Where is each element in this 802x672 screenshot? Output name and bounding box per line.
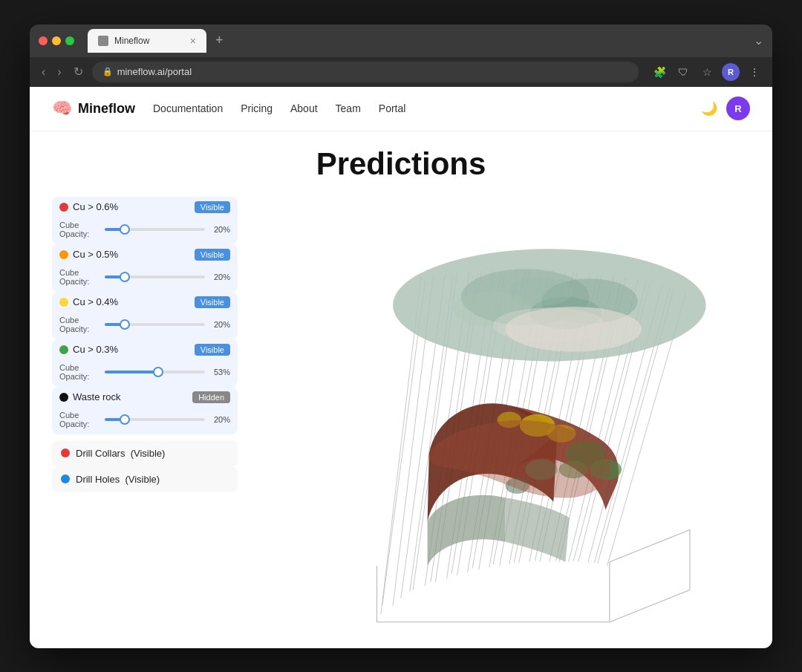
nav-about[interactable]: About bbox=[290, 102, 318, 114]
browser-window: Mineflow × + ⌄ ‹ › ↻ 🔒 mineflow.ai/porta… bbox=[30, 25, 772, 648]
overlay-card-drill-holes[interactable]: Drill Holes (Visible) bbox=[52, 466, 238, 492]
svg-line-37 bbox=[610, 590, 690, 622]
main-content: Predictions Cu > 0.6% Visible CubeOpacit… bbox=[30, 131, 772, 648]
layer-name-cu05: Cu > 0.5% bbox=[73, 249, 190, 260]
page-title: Predictions bbox=[52, 146, 750, 182]
layer-dot-cu04 bbox=[59, 298, 68, 307]
overlay-name-drill-holes: Drill Holes (Visible) bbox=[76, 474, 160, 485]
url-display: mineflow.ai/portal bbox=[117, 66, 192, 77]
overlay-dot-drill-holes bbox=[61, 474, 70, 483]
opacity-slider-cu03[interactable] bbox=[105, 371, 205, 373]
overlay-name-drill-collars: Drill Collars (Visible) bbox=[76, 448, 165, 459]
layer-card-waste: Waste rock Hidden CubeOpacity: 20% bbox=[52, 387, 238, 434]
visualization-area[interactable] bbox=[252, 197, 750, 648]
opacity-slider-waste[interactable] bbox=[105, 418, 205, 421]
layer-card-cu04: Cu > 0.4% Visible CubeOpacity: 20% bbox=[52, 292, 238, 339]
refresh-button[interactable]: ↻ bbox=[71, 62, 86, 82]
bookmark-icon[interactable]: ☆ bbox=[698, 63, 716, 81]
lock-icon: 🔒 bbox=[102, 67, 113, 76]
layer-opacity-cu06: CubeOpacity: 20% bbox=[52, 218, 238, 244]
window-expand-icon[interactable]: ⌄ bbox=[754, 33, 763, 48]
extensions-icon[interactable]: 🧩 bbox=[651, 63, 668, 81]
layer-toggle-cu05[interactable]: Visible bbox=[195, 249, 230, 261]
logo-text: Mineflow bbox=[78, 101, 135, 117]
close-button[interactable] bbox=[39, 36, 48, 45]
content-area: Cu > 0.6% Visible CubeOpacity: 20% Cu > … bbox=[52, 197, 750, 648]
layer-opacity-cu05: CubeOpacity: 20% bbox=[52, 265, 238, 292]
shield-icon[interactable]: 🛡 bbox=[674, 63, 692, 81]
layer-card-cu06: Cu > 0.6% Visible CubeOpacity: 20% bbox=[52, 197, 238, 244]
more-options-icon[interactable]: ⋮ bbox=[746, 63, 763, 81]
maximize-button[interactable] bbox=[65, 36, 74, 45]
header-right: 🌙 R bbox=[701, 97, 750, 120]
user-avatar[interactable]: R bbox=[726, 97, 750, 120]
layer-header-cu06: Cu > 0.6% Visible bbox=[52, 197, 238, 218]
layer-opacity-cu03: CubeOpacity: 53% bbox=[52, 360, 238, 387]
opacity-value-cu06: 20% bbox=[209, 225, 230, 234]
nav-portal[interactable]: Portal bbox=[379, 102, 406, 114]
layer-header-cu03: Cu > 0.3% Visible bbox=[52, 339, 238, 360]
3d-visualization bbox=[252, 197, 750, 648]
nav-pricing[interactable]: Pricing bbox=[241, 102, 273, 114]
layer-dot-cu06 bbox=[59, 203, 68, 212]
svg-point-47 bbox=[493, 307, 605, 343]
layer-header-waste: Waste rock Hidden bbox=[52, 387, 238, 408]
tab-title: Mineflow bbox=[114, 36, 149, 46]
overlay-dot-drill-collars bbox=[61, 448, 70, 457]
layer-toggle-cu04[interactable]: Visible bbox=[195, 296, 230, 308]
overlays-container: Drill Collars (Visible) Drill Holes (Vis… bbox=[52, 440, 238, 492]
opacity-label-cu06: CubeOpacity: bbox=[59, 221, 100, 238]
layer-toggle-cu06[interactable]: Visible bbox=[195, 201, 230, 213]
opacity-value-cu03: 53% bbox=[209, 368, 230, 376]
layers-container: Cu > 0.6% Visible CubeOpacity: 20% Cu > … bbox=[52, 197, 238, 434]
browser-tab[interactable]: Mineflow × bbox=[88, 29, 206, 53]
nav-documentation[interactable]: Documentation bbox=[153, 102, 223, 114]
layer-opacity-waste: CubeOpacity: 20% bbox=[52, 408, 238, 434]
tab-favicon bbox=[98, 36, 108, 46]
opacity-slider-cu05[interactable] bbox=[105, 275, 205, 278]
layer-name-waste: Waste rock bbox=[73, 391, 188, 402]
site-logo[interactable]: 🧠 Mineflow bbox=[52, 99, 135, 118]
opacity-value-waste: 20% bbox=[209, 415, 230, 424]
opacity-slider-cu04[interactable] bbox=[105, 323, 205, 326]
layer-header-cu04: Cu > 0.4% Visible bbox=[52, 292, 238, 313]
layer-dot-cu03 bbox=[59, 345, 68, 354]
opacity-value-cu04: 20% bbox=[209, 320, 230, 329]
theme-toggle-button[interactable]: 🌙 bbox=[701, 100, 717, 117]
layer-card-cu03: Cu > 0.3% Visible CubeOpacity: 53% bbox=[52, 339, 238, 387]
layer-card-cu05: Cu > 0.5% Visible CubeOpacity: 20% bbox=[52, 244, 238, 292]
svg-line-38 bbox=[610, 529, 690, 561]
opacity-label-cu04: CubeOpacity: bbox=[59, 316, 100, 333]
opacity-label-cu05: CubeOpacity: bbox=[59, 268, 100, 286]
title-bar: Mineflow × + ⌄ bbox=[30, 25, 772, 57]
overlay-card-drill-collars[interactable]: Drill Collars (Visible) bbox=[52, 440, 238, 466]
forward-button[interactable]: › bbox=[54, 62, 64, 82]
profile-button[interactable]: R bbox=[722, 63, 740, 81]
new-tab-button[interactable]: + bbox=[209, 30, 229, 51]
layer-dot-waste bbox=[59, 393, 68, 402]
layer-name-cu04: Cu > 0.4% bbox=[73, 296, 190, 307]
layer-header-cu05: Cu > 0.5% Visible bbox=[52, 244, 238, 265]
site-nav: Documentation Pricing About Team Portal bbox=[153, 102, 405, 114]
tab-area: Mineflow × + bbox=[88, 29, 748, 53]
minimize-button[interactable] bbox=[52, 36, 61, 45]
left-panel: Cu > 0.6% Visible CubeOpacity: 20% Cu > … bbox=[52, 197, 238, 648]
logo-icon: 🧠 bbox=[52, 99, 72, 118]
layer-dot-cu05 bbox=[59, 250, 68, 259]
layer-opacity-cu04: CubeOpacity: 20% bbox=[52, 313, 238, 339]
site-header: 🧠 Mineflow Documentation Pricing About T… bbox=[30, 87, 772, 131]
tab-close-button[interactable]: × bbox=[190, 35, 196, 47]
traffic-lights bbox=[39, 36, 74, 45]
opacity-slider-cu06[interactable] bbox=[105, 228, 205, 231]
layer-toggle-waste[interactable]: Hidden bbox=[192, 391, 230, 403]
layer-name-cu03: Cu > 0.3% bbox=[73, 344, 190, 355]
back-button[interactable]: ‹ bbox=[39, 62, 48, 82]
opacity-value-cu05: 20% bbox=[209, 273, 230, 281]
layer-toggle-cu03[interactable]: Visible bbox=[195, 344, 230, 356]
address-bar: ‹ › ↻ 🔒 mineflow.ai/portal 🧩 🛡 ☆ R ⋮ bbox=[30, 57, 772, 87]
browser-actions: 🧩 🛡 ☆ R ⋮ bbox=[651, 63, 763, 81]
opacity-label-waste: CubeOpacity: bbox=[59, 411, 100, 428]
address-field[interactable]: 🔒 mineflow.ai/portal bbox=[92, 62, 639, 82]
opacity-label-cu03: CubeOpacity: bbox=[59, 363, 100, 381]
nav-team[interactable]: Team bbox=[336, 102, 361, 114]
